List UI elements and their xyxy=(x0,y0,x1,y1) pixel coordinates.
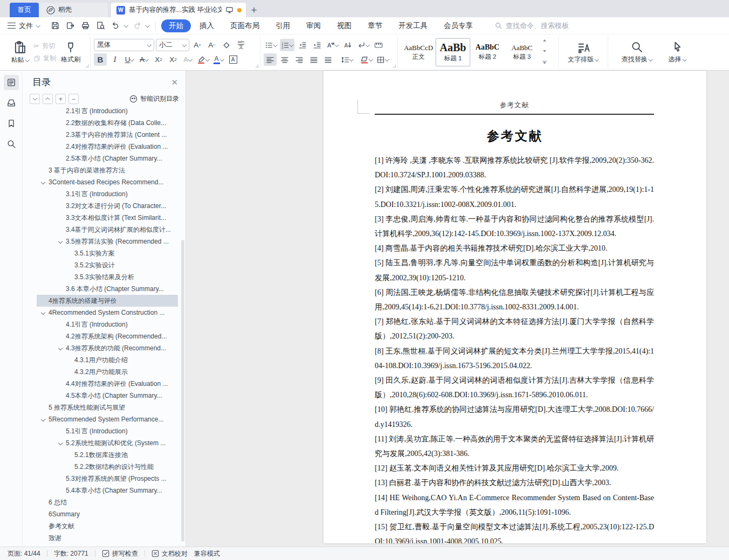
outline-item[interactable]: 2.5本章小结 (Chapter Summary... xyxy=(37,153,178,164)
proofread-toggle[interactable]: 文档校对 xyxy=(152,549,188,558)
outline-item[interactable]: 3.5.1实验方案 xyxy=(37,247,178,259)
menu-tab-审阅[interactable]: 审阅 xyxy=(299,19,328,32)
menu-tab-开发工具[interactable]: 开发工具 xyxy=(391,19,435,32)
highlight-color-button[interactable] xyxy=(196,53,210,66)
menu-tab-视图[interactable]: 视图 xyxy=(329,19,359,32)
align-center-button[interactable] xyxy=(278,53,291,66)
search-panel-button[interactable] xyxy=(4,136,19,151)
chevron-down-icon[interactable] xyxy=(58,437,66,449)
dialog-launcher-icon[interactable] xyxy=(86,65,88,67)
outline-item[interactable]: 2.4对推荐结果的评价 (Evaluation ... xyxy=(37,141,178,153)
outline-item[interactable]: 4Recommended System Construction ... xyxy=(37,307,178,319)
bookmarks-panel-button[interactable] xyxy=(4,116,19,131)
menu-tab-引用[interactable]: 引用 xyxy=(268,19,298,32)
outline-item[interactable]: 5.3对推荐系统的展望 (Prospects ... xyxy=(37,473,178,485)
menu-tab-会员专享[interactable]: 会员专享 xyxy=(436,19,480,32)
increase-font-button[interactable]: A+ xyxy=(191,39,204,51)
menu-tab-开始[interactable]: 开始 xyxy=(161,19,191,32)
more-styles-icon[interactable] xyxy=(542,61,547,64)
attachments-panel-button[interactable] xyxy=(4,95,19,110)
format-painter-button[interactable]: 格式刷 xyxy=(57,38,84,67)
style-card-标题 1[interactable]: AaBb标题 1 xyxy=(436,38,470,66)
outline-item[interactable]: 4.3.1用户功能介绍 xyxy=(37,354,178,366)
tab-docer[interactable]: 稻壳 xyxy=(39,3,108,17)
outline-item[interactable]: 5 推荐系统性能测试与展望 xyxy=(37,402,178,413)
strikethrough-button[interactable]: A xyxy=(137,53,150,66)
share-screen-icon[interactable] xyxy=(225,6,233,14)
outline-item[interactable]: 4.5本章小结 (Chapter Summary... xyxy=(37,390,178,402)
outline-item[interactable]: 参考文献 xyxy=(37,520,178,532)
font-family-select[interactable]: 黑体 xyxy=(94,39,154,51)
wrap-marks-button[interactable] xyxy=(356,39,370,51)
print-preview-button[interactable] xyxy=(94,19,107,32)
outline-item[interactable]: 6 总结 xyxy=(37,496,178,508)
scroll-down-icon[interactable] xyxy=(543,50,546,52)
outline-item[interactable]: 3.1引言 (Introduction) xyxy=(37,188,178,200)
command-search[interactable]: 查找命令、搜索模板 xyxy=(494,21,569,31)
outline-item[interactable]: 5Recommended System Performance... xyxy=(37,413,178,425)
outline-item[interactable]: 5.2.1数据库连接池 xyxy=(37,449,178,461)
numbered-list-button[interactable]: 123 xyxy=(280,39,294,51)
toolbar-options-dropdown[interactable] xyxy=(146,22,150,30)
bullet-list-button[interactable] xyxy=(264,39,278,51)
outline-item[interactable]: 3.2对文本进行分词 (To Character... xyxy=(37,200,178,212)
outline-item[interactable]: 3.6 本章小结 (Chapter Summary... xyxy=(37,283,178,295)
style-card-标题 3[interactable]: AaBbC标题 3 xyxy=(505,38,539,66)
menu-tab-章节[interactable]: 章节 xyxy=(360,19,390,32)
align-right-button[interactable] xyxy=(293,53,306,66)
tab-document[interactable]: W 基于内容的推荐...实践 毕业论文 xyxy=(111,3,246,17)
style-card-标题 2[interactable]: AaBbC标题 2 xyxy=(470,38,505,66)
outline-item[interactable]: 5.2系统性能测试和优化 (System ... xyxy=(37,437,178,449)
outline-item[interactable]: 4.3推荐系统的功能 (Recommend... xyxy=(37,342,178,354)
clear-format-button[interactable] xyxy=(220,39,233,51)
cut-button[interactable]: ✂ 剪切 xyxy=(33,42,56,51)
select-button[interactable]: 选择 xyxy=(662,38,693,67)
outline-item[interactable]: 4.4对推荐结果的评价 (Evaluation ... xyxy=(37,378,178,390)
close-icon[interactable]: ✕ xyxy=(171,78,178,87)
outline-item[interactable]: 5.2.2数据结构的设计与性能 xyxy=(37,461,178,473)
tab-home[interactable]: 首页 xyxy=(10,3,39,17)
font-size-select[interactable]: 小二 xyxy=(156,39,189,51)
chevron-down-icon[interactable] xyxy=(58,236,66,247)
outline-item[interactable]: 3.3文本相似度计算 (Text Similarit... xyxy=(37,212,178,224)
undo-button[interactable] xyxy=(109,19,122,32)
align-left-button[interactable] xyxy=(264,53,277,66)
outline-item[interactable]: 4.3.2用户功能展示 xyxy=(37,366,178,378)
file-menu-button[interactable]: 文件 xyxy=(8,21,40,31)
menu-tab-页面布局[interactable]: 页面布局 xyxy=(223,19,267,32)
underline-button[interactable]: U xyxy=(123,53,136,66)
outline-item[interactable]: 4.2推荐系统架构 (Recommended... xyxy=(37,330,178,342)
font-color-button[interactable]: A xyxy=(212,53,225,66)
outline-item[interactable]: 3.4基于同义词词林扩展的相似度计... xyxy=(37,224,178,236)
outline-item[interactable]: 3.5.2实验设计 xyxy=(37,259,178,271)
chevron-down-icon[interactable] xyxy=(40,307,49,319)
menu-tab-插入[interactable]: 插入 xyxy=(192,19,222,32)
justify-button[interactable] xyxy=(307,53,320,66)
outline-item[interactable]: 3 基于内容的菜谱推荐方法 xyxy=(37,164,178,176)
chevron-down-icon[interactable] xyxy=(58,342,66,354)
increase-indent-button[interactable] xyxy=(311,39,324,51)
outline-panel-button[interactable] xyxy=(4,75,19,90)
text-effects-button[interactable]: A xyxy=(181,53,194,66)
character-border-button[interactable]: A xyxy=(226,53,239,66)
outline-item[interactable]: 4推荐系统的搭建与评价 xyxy=(37,295,178,307)
undo-dropdown[interactable] xyxy=(124,22,128,30)
subscript-button[interactable]: X2 xyxy=(167,53,180,66)
text-typeset-button[interactable]: 文字排版 xyxy=(563,38,604,67)
outline-item[interactable]: 5.4本章小结 (Chapter Summary... xyxy=(37,485,178,496)
dialog-launcher-icon[interactable] xyxy=(256,65,258,67)
outline-item[interactable]: 3.5.3实验结果及分析 xyxy=(37,271,178,283)
outline-item[interactable]: 致谢 xyxy=(37,532,178,544)
bold-button[interactable]: B xyxy=(94,53,107,66)
compat-mode-indicator[interactable]: 兼容模式 xyxy=(194,549,220,558)
text-direction-button[interactable]: A xyxy=(341,39,354,51)
page-indicator[interactable]: 页面: 41/44 xyxy=(8,549,40,558)
document-page[interactable]: 参考文献 参考文献 [1] 许海玲 ,吴潇 ,李晓东等 .互联网推荐系统比较研究… xyxy=(324,71,706,543)
redo-button[interactable] xyxy=(130,19,143,32)
borders-button[interactable] xyxy=(375,53,390,66)
scroll-up-icon[interactable] xyxy=(543,39,546,42)
pinyin-guide-button[interactable]: wén文 xyxy=(235,39,247,51)
outline-item[interactable]: 6Summary xyxy=(37,508,178,520)
print-button[interactable] xyxy=(79,19,92,32)
chevron-down-icon[interactable] xyxy=(40,413,49,425)
